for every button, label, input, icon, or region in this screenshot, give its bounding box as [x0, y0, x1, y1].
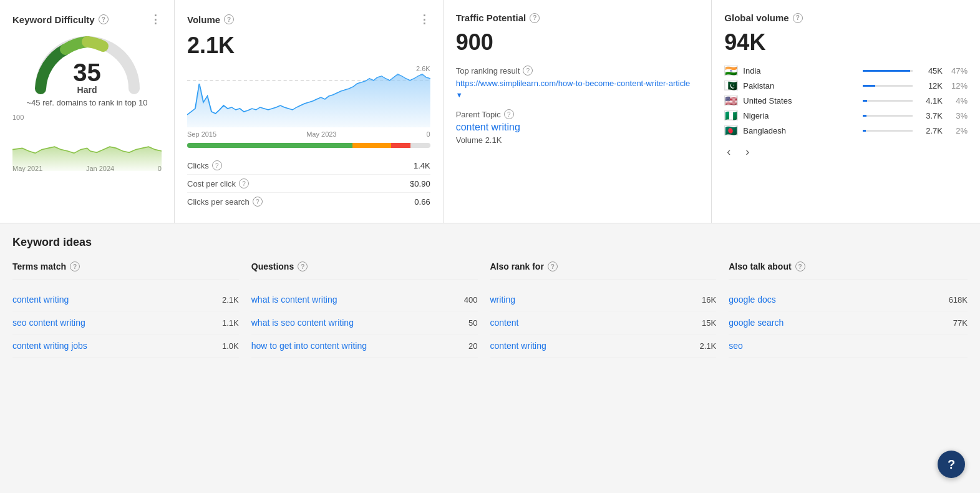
- terms-match-header-text: Terms match: [12, 261, 66, 271]
- country-name-2: United States: [743, 96, 858, 105]
- kd-help-icon[interactable]: ?: [99, 14, 109, 24]
- keyword-difficulty-card: Keyword Difficulty ? ⋮ 35 Hard: [0, 0, 175, 223]
- global-help-icon[interactable]: ?: [793, 13, 803, 23]
- cpc-label-wrap: Cost per click ?: [187, 178, 249, 188]
- volume-help-icon[interactable]: ?: [224, 14, 234, 24]
- traffic-help-icon[interactable]: ?: [530, 13, 540, 23]
- also-talk-about-column: Also talk about ? google docs 618K googl…: [729, 261, 968, 358]
- also-talk-about-header-text: Also talk about: [729, 261, 791, 271]
- vol-chart-date-labels: Sep 2015 May 2023 0: [187, 130, 430, 138]
- country-row: 🇺🇸 United States 4.1K 4%: [724, 95, 968, 105]
- list-item: content writing 2.1K: [12, 288, 239, 311]
- also-talk-about-list: google docs 618K google search 77K seo: [729, 288, 968, 358]
- url-dropdown-arrow[interactable]: ▼: [456, 91, 463, 99]
- gauge-chart: 35 Hard: [31, 32, 143, 95]
- questions-help-icon[interactable]: ?: [298, 261, 308, 271]
- traffic-potential-card: Traffic Potential ? 900 Top ranking resu…: [444, 0, 712, 223]
- also-rank-for-header-text: Also rank for: [490, 261, 544, 271]
- country-bar-0: [863, 70, 910, 72]
- parent-topic-link[interactable]: content writing: [456, 122, 520, 132]
- list-item: google search 77K: [729, 311, 968, 334]
- country-bar-4: [863, 130, 866, 132]
- ki-link-1[interactable]: what is seo content writing: [251, 318, 354, 328]
- cpc-value: $0.90: [410, 179, 430, 188]
- vol-chart-end-label: May 2023: [306, 130, 336, 138]
- also-rank-for-header: Also rank for ?: [490, 261, 717, 280]
- clicks-help-icon[interactable]: ?: [212, 160, 222, 170]
- list-item: content writing 2.1K: [490, 334, 717, 358]
- list-item: how to get into content writing 20: [251, 334, 478, 358]
- country-name-4: Bangladesh: [743, 126, 858, 135]
- volume-chart: 2.6K: [187, 65, 430, 127]
- also-rank-for-help-icon[interactable]: ?: [548, 261, 558, 271]
- keyword-ideas-title: Keyword ideas: [12, 236, 968, 249]
- also-talk-about-header: Also talk about ?: [729, 261, 968, 280]
- ki-link-1[interactable]: google search: [729, 318, 784, 328]
- cost-per-click-row: Cost per click ? $0.90: [187, 175, 430, 193]
- ki-link-0[interactable]: writing: [490, 295, 515, 305]
- country-name-1: Pakistan: [743, 81, 858, 90]
- country-row: 🇵🇰 Pakistan 12K 12%: [724, 81, 968, 90]
- ki-link-0[interactable]: content writing: [12, 295, 69, 305]
- cps-help-icon[interactable]: ?: [253, 197, 263, 207]
- ki-link-1[interactable]: seo content writing: [12, 318, 85, 328]
- volume-more-icon[interactable]: ⋮: [419, 12, 430, 26]
- volume-card: Volume ? ⋮ 2.1K 2.6K Sep 2015: [175, 0, 444, 223]
- kd-difficulty-label: Hard: [73, 85, 101, 95]
- ki-vol-1: 1.1K: [222, 318, 239, 328]
- country-vol-0: 45K: [920, 66, 943, 76]
- ki-vol-0: 16K: [702, 295, 716, 305]
- kd-chart-top-label: 100: [12, 114, 162, 121]
- ki-link-2[interactable]: how to get into content writing: [251, 341, 367, 351]
- country-bar-wrap-0: [863, 70, 913, 72]
- ki-link-0[interactable]: what is content writing: [251, 295, 337, 305]
- ki-vol-0: 2.1K: [222, 295, 239, 305]
- ki-link-2[interactable]: seo: [729, 341, 743, 351]
- terms-match-help-icon[interactable]: ?: [70, 261, 80, 271]
- terms-match-header: Terms match ?: [12, 261, 239, 280]
- ki-link-2[interactable]: content writing jobs: [12, 341, 87, 351]
- country-pct-3: 3%: [948, 111, 968, 120]
- ki-vol-0: 618K: [949, 295, 968, 305]
- country-prev-button[interactable]: ‹: [724, 143, 733, 161]
- cpc-help-icon[interactable]: ?: [239, 178, 249, 188]
- country-name-3: Nigeria: [743, 111, 858, 120]
- country-flag-1: 🇵🇰: [724, 81, 738, 90]
- gauge-center: 35 Hard: [73, 60, 101, 95]
- country-next-button[interactable]: ›: [743, 143, 752, 161]
- country-bar-wrap-4: [863, 130, 913, 132]
- country-bar-wrap-1: [863, 85, 913, 87]
- global-volume-card: Global volume ? 94K 🇮🇳 India 45K 47% 🇵🇰 …: [712, 0, 980, 223]
- svg-marker-0: [12, 147, 162, 171]
- top-ranking-label-text: Top ranking result: [456, 66, 520, 76]
- country-row: 🇮🇳 India 45K 47%: [724, 66, 968, 76]
- ki-link-0[interactable]: google docs: [729, 295, 776, 305]
- global-card-title: Global volume ?: [724, 12, 968, 23]
- country-flag-0: 🇮🇳: [724, 66, 738, 76]
- traffic-value: 900: [456, 29, 699, 56]
- traffic-title-text: Traffic Potential: [456, 12, 526, 23]
- country-vol-4: 2.7K: [920, 126, 943, 135]
- kd-more-icon[interactable]: ⋮: [150, 12, 162, 26]
- questions-header-text: Questions: [251, 261, 294, 271]
- volume-title-text: Volume: [187, 14, 220, 25]
- clicks-label-wrap: Clicks ?: [187, 160, 222, 170]
- top-ranking-url[interactable]: https://www.simplilearn.com/how-to-becom…: [456, 78, 699, 100]
- ki-link-1[interactable]: content: [490, 318, 519, 328]
- list-item: writing 16K: [490, 288, 717, 311]
- list-item: what is seo content writing 50: [251, 311, 478, 334]
- also-talk-about-help-icon[interactable]: ?: [795, 261, 805, 271]
- ki-vol-1: 77K: [953, 318, 968, 328]
- ki-vol-2: 20: [468, 341, 477, 351]
- volume-chart-svg: [187, 65, 430, 127]
- also-rank-for-column: Also rank for ? writing 16K content 15K …: [490, 261, 729, 358]
- ki-vol-1: 50: [468, 318, 477, 328]
- progress-green: [187, 143, 352, 148]
- traffic-card-title: Traffic Potential ?: [456, 12, 699, 23]
- parent-topic-help-icon[interactable]: ?: [504, 109, 514, 119]
- ki-vol-1: 15K: [702, 318, 716, 328]
- kd-mini-chart: 100: [12, 114, 162, 164]
- country-row: 🇧🇩 Bangladesh 2.7K 2%: [724, 125, 968, 135]
- ki-link-2[interactable]: content writing: [490, 341, 546, 351]
- top-ranking-help-icon[interactable]: ?: [523, 66, 533, 76]
